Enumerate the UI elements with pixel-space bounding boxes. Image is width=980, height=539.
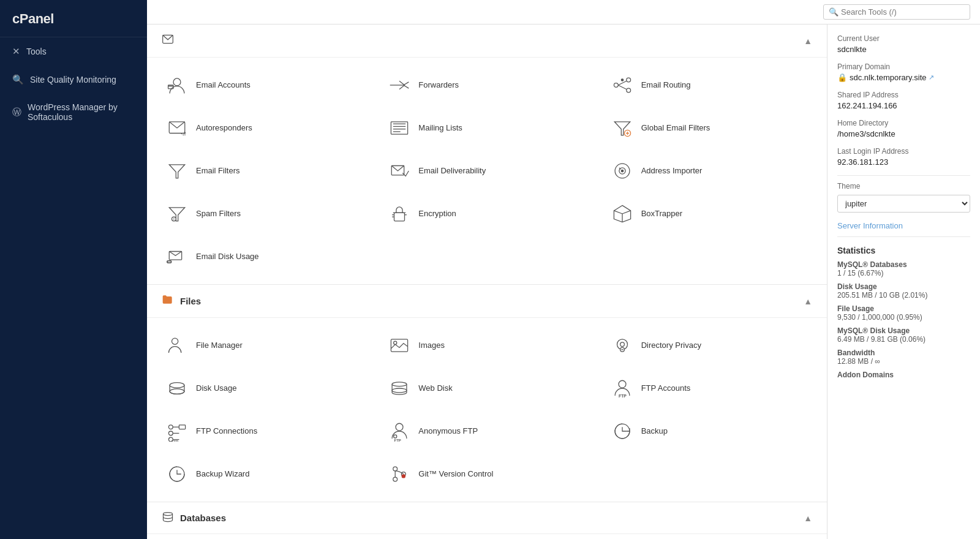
email-routing-label: Email Routing bbox=[641, 80, 691, 91]
tools-icon: ✕ bbox=[12, 46, 20, 57]
backup-wizard-icon bbox=[165, 462, 189, 486]
backup-label: Backup bbox=[641, 426, 668, 437]
last-login-label: Last Login IP Address bbox=[837, 147, 970, 156]
anonymous-ftp-icon: FTP bbox=[388, 420, 411, 443]
sidebar-item-site-quality[interactable]: 🔍 Site Quality Monitoring bbox=[0, 66, 147, 94]
tool-anonymous-ftp[interactable]: FTP Anonymous FTP bbox=[375, 410, 598, 453]
tool-ftp-connections[interactable]: FTP FTP Connections bbox=[153, 410, 375, 453]
email-routing-icon bbox=[611, 74, 634, 97]
search-icon: 🔍 bbox=[829, 7, 839, 17]
tool-encryption[interactable]: Encryption bbox=[375, 192, 598, 235]
tool-file-manager[interactable]: File Manager bbox=[153, 324, 375, 367]
tool-email-deliverability[interactable]: Email Deliverability bbox=[375, 149, 598, 192]
svg-point-27 bbox=[621, 170, 623, 172]
sidebar-item-tools[interactable]: ✕ Tools bbox=[0, 37, 147, 66]
primary-domain-value: 🔒 sdc.nlk.temporary.site ↗ bbox=[837, 73, 970, 82]
stat-mysql-databases-label: MySQL® Databases bbox=[837, 260, 970, 269]
databases-section: Databases ▲ phpMyAdmin bbox=[147, 502, 827, 539]
svg-point-54 bbox=[392, 388, 407, 393]
autoresponders-icon bbox=[165, 116, 189, 140]
svg-line-10 bbox=[618, 81, 627, 85]
right-panel: Current User sdcnlkte Primary Domain 🔒 s… bbox=[827, 24, 980, 539]
logo-text2: Panel bbox=[20, 11, 54, 26]
svg-line-39 bbox=[622, 211, 631, 214]
tool-mailing-lists[interactable]: Mailing Lists bbox=[375, 107, 598, 149]
tool-spam-filters[interactable]: Spam Filters bbox=[153, 192, 375, 235]
address-importer-icon bbox=[611, 159, 634, 183]
content-wrap: ▲ Email Accounts bbox=[147, 24, 980, 539]
primary-domain-text: sdc.nlk.temporary.site bbox=[850, 73, 926, 82]
svg-point-71 bbox=[393, 477, 398, 481]
stat-file-usage-value: 9,530 / 1,000,000 (0.95%) bbox=[837, 313, 970, 322]
ftp-accounts-icon: FTP bbox=[611, 377, 634, 400]
mailing-lists-label: Mailing Lists bbox=[418, 123, 462, 134]
encryption-icon bbox=[388, 202, 411, 225]
tool-email-filters[interactable]: Email Filters bbox=[153, 149, 375, 192]
tool-ftp-accounts[interactable]: FTP FTP Accounts bbox=[598, 367, 821, 410]
tool-forwarders[interactable]: Forwarders bbox=[375, 64, 598, 107]
svg-rect-45 bbox=[391, 339, 408, 352]
shared-ip-label: Shared IP Address bbox=[837, 91, 970, 99]
file-manager-label: File Manager bbox=[196, 341, 243, 351]
tool-git-version-control[interactable]: Git™ Version Control bbox=[375, 453, 598, 496]
git-version-control-label: Git™ Version Control bbox=[418, 469, 493, 480]
svg-point-44 bbox=[172, 338, 178, 344]
disk-usage-label: Disk Usage bbox=[196, 383, 236, 394]
svg-point-52 bbox=[170, 389, 184, 394]
tool-web-disk[interactable]: Web Disk bbox=[375, 367, 598, 410]
boxtrapper-icon bbox=[611, 202, 634, 225]
theme-select[interactable]: jupiter paper_lantern x3 bbox=[837, 195, 970, 213]
tool-email-routing[interactable]: Email Routing bbox=[598, 64, 821, 107]
tool-boxtrapper[interactable]: BoxTrapper bbox=[598, 192, 821, 235]
last-login-value: 92.36.181.123 bbox=[837, 157, 970, 167]
email-collapse-btn[interactable]: ▲ bbox=[804, 36, 812, 46]
stat-addon-domains: Addon Domains bbox=[837, 371, 970, 379]
tool-email-disk-usage[interactable]: Email Disk Usage bbox=[153, 235, 375, 278]
svg-point-1 bbox=[173, 78, 181, 86]
stat-addon-domains-label: Addon Domains bbox=[837, 371, 970, 379]
svg-point-8 bbox=[626, 78, 630, 82]
home-dir-group: Home Directory /home3/sdcnlkte bbox=[837, 119, 970, 138]
external-link-icon[interactable]: ↗ bbox=[929, 74, 934, 81]
stat-mysql-disk-usage-label: MySQL® Disk Usage bbox=[837, 326, 970, 335]
disk-usage-icon bbox=[165, 377, 189, 400]
tool-address-importer[interactable]: Address Importer bbox=[598, 149, 821, 192]
stat-disk-usage-value: 205.51 MB / 10 GB (2.01%) bbox=[837, 291, 970, 300]
stat-file-usage-label: File Usage bbox=[837, 304, 970, 313]
files-collapse-btn[interactable]: ▲ bbox=[804, 296, 812, 306]
svg-rect-63 bbox=[179, 425, 185, 429]
files-section-title: Files bbox=[162, 293, 201, 309]
email-disk-usage-icon bbox=[165, 245, 189, 268]
stat-mysql-disk-usage-value: 6.49 MB / 9.81 GB (0.06%) bbox=[837, 335, 970, 344]
svg-point-75 bbox=[164, 513, 173, 516]
main-content: ▲ Email Accounts bbox=[147, 24, 827, 539]
stat-bandwidth-value: 12.88 MB / ∞ bbox=[837, 357, 970, 366]
ftp-connections-icon: FTP bbox=[165, 420, 189, 443]
tool-autoresponders[interactable]: Autoresponders bbox=[153, 107, 375, 149]
stat-file-usage: File Usage 9,530 / 1,000,000 (0.95%) bbox=[837, 304, 970, 322]
logo-text: c bbox=[12, 11, 20, 26]
theme-label: Theme bbox=[837, 182, 970, 190]
tool-images[interactable]: Images bbox=[375, 324, 598, 367]
sidebar-item-wordpress[interactable]: Ⓦ WordPress Manager by Softaculous bbox=[0, 94, 147, 130]
svg-rect-32 bbox=[394, 213, 405, 221]
global-email-filters-label: Global Email Filters bbox=[641, 123, 710, 134]
current-user-label: Current User bbox=[837, 34, 970, 43]
databases-collapse-btn[interactable]: ▲ bbox=[804, 513, 812, 523]
svg-text:FTP: FTP bbox=[172, 440, 178, 442]
files-section-label: Files bbox=[180, 296, 201, 306]
directory-privacy-label: Directory Privacy bbox=[641, 341, 701, 351]
search-input[interactable] bbox=[841, 7, 965, 17]
tool-directory-privacy[interactable]: Directory Privacy bbox=[598, 324, 821, 367]
tool-backup[interactable]: Backup bbox=[598, 410, 821, 453]
tool-backup-wizard[interactable]: Backup Wizard bbox=[153, 453, 375, 496]
database-icon bbox=[162, 511, 174, 525]
svg-point-58 bbox=[168, 431, 173, 435]
search-box[interactable]: 🔍 bbox=[823, 4, 970, 20]
tool-disk-usage[interactable]: Disk Usage bbox=[153, 367, 375, 410]
last-login-group: Last Login IP Address 92.36.181.123 bbox=[837, 147, 970, 167]
tool-global-email-filters[interactable]: Global Email Filters bbox=[598, 107, 821, 149]
server-information-link[interactable]: Server Information bbox=[837, 221, 970, 230]
stat-mysql-databases-value: 1 / 15 (6.67%) bbox=[837, 269, 970, 277]
tool-email-accounts[interactable]: Email Accounts bbox=[153, 64, 375, 107]
